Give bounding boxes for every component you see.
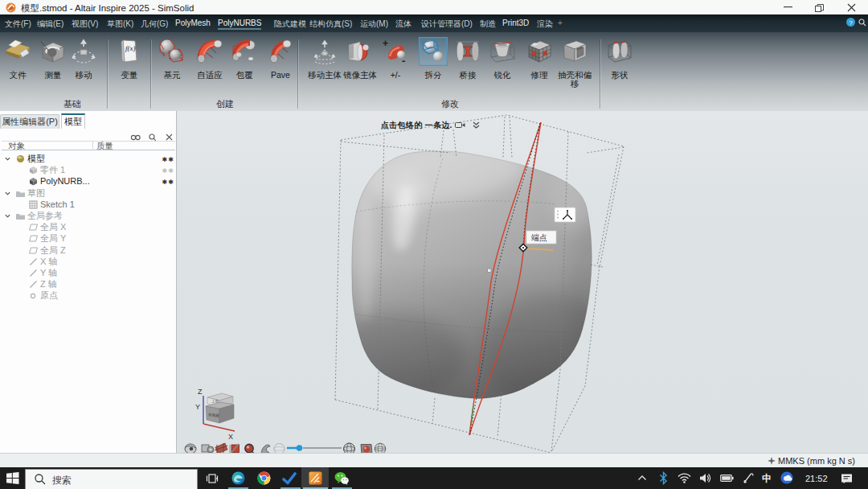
svg-text:+: +	[383, 38, 388, 49]
svg-text:X: X	[228, 433, 233, 441]
svg-text:?: ?	[849, 19, 853, 27]
svg-text:端点: 端点	[531, 233, 547, 242]
svg-text:f(x): f(x)	[125, 44, 136, 52]
svg-text:Z: Z	[198, 388, 203, 396]
svg-text:-: -	[402, 55, 405, 66]
svg-text:Y: Y	[195, 403, 200, 411]
